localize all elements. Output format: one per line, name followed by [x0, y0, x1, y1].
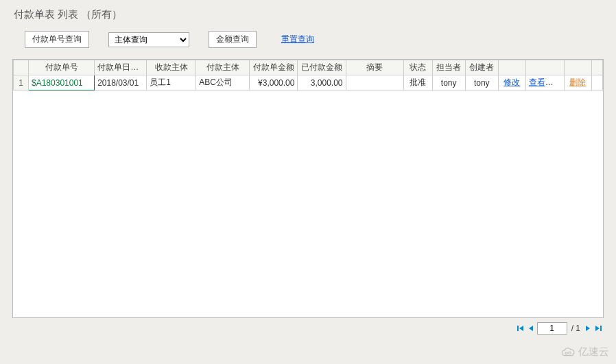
first-page-icon[interactable] [517, 324, 525, 332]
svg-marker-2 [529, 326, 533, 331]
col-doc-date[interactable]: 付款单日期 [95, 60, 147, 75]
cell-creator[interactable]: tony [465, 75, 498, 90]
cell-summary[interactable] [346, 75, 403, 90]
svg-rect-5 [600, 326, 602, 331]
svg-point-7 [569, 351, 571, 354]
cell-spacer [591, 75, 602, 90]
col-summary[interactable]: 摘要 [346, 60, 403, 75]
cloud-icon [560, 347, 576, 358]
cell-owner[interactable]: tony [432, 75, 465, 90]
edit-link[interactable]: 修改 [504, 77, 520, 87]
col-paid[interactable]: 已付款金额 [298, 60, 346, 75]
svg-rect-0 [517, 326, 519, 331]
header-row: 付款单号 付款单日期 收款主体 付款主体 付款单金额 已付款金额 摘要 状态 担… [14, 60, 603, 75]
cell-paid[interactable]: 3,000.00 [298, 75, 346, 90]
grid-container: 付款单号 付款单日期 收款主体 付款主体 付款单金额 已付款金额 摘要 状态 担… [12, 59, 604, 318]
filter-bar: 付款单号查询 主体查询 金额查询 重置查询 [0, 31, 616, 59]
entity-query-select[interactable]: 主体查询 [108, 32, 189, 47]
cell-delete: 删除 [564, 75, 591, 90]
page-total: / 1 [570, 324, 582, 333]
page-title: 付款单表 列表 （所有） [0, 0, 616, 31]
col-doc-no[interactable]: 付款单号 [29, 60, 95, 75]
cell-payer[interactable]: ABC公司 [196, 75, 250, 90]
col-action-edit [498, 60, 525, 75]
col-creator[interactable]: 创建者 [465, 60, 498, 75]
svg-marker-1 [519, 326, 523, 331]
cell-amount[interactable]: ¥3,000.00 [250, 75, 298, 90]
cell-doc-no[interactable]: $A180301001 [29, 75, 95, 90]
col-owner[interactable]: 担当者 [432, 60, 465, 75]
svg-point-6 [565, 352, 567, 354]
table-row[interactable]: 1 $A180301001 2018/03/01 员工1 ABC公司 ¥3,00… [14, 75, 603, 90]
col-payee[interactable]: 收款主体 [147, 60, 196, 75]
prev-page-icon[interactable] [528, 324, 534, 332]
col-action-delete [564, 60, 591, 75]
view-print-link[interactable]: 查看打印 [529, 77, 562, 87]
col-spacer [591, 60, 602, 75]
last-page-icon[interactable] [594, 324, 602, 332]
cell-payee[interactable]: 员工1 [147, 75, 196, 90]
doc-no-query-button[interactable]: 付款单号查询 [25, 31, 89, 48]
col-amount[interactable]: 付款单金额 [250, 60, 298, 75]
col-payer[interactable]: 付款主体 [196, 60, 250, 75]
pager: / 1 [0, 318, 616, 335]
cell-print: 查看打印 [525, 75, 564, 90]
grid-table: 付款单号 付款单日期 收款主体 付款主体 付款单金额 已付款金额 摘要 状态 担… [13, 60, 603, 90]
col-status[interactable]: 状态 [403, 60, 432, 75]
svg-marker-4 [595, 326, 600, 331]
watermark-text: 亿速云 [578, 345, 609, 359]
amount-query-button[interactable]: 金额查询 [209, 31, 257, 48]
reset-query-link[interactable]: 重置查询 [281, 34, 314, 45]
row-index: 1 [14, 75, 29, 90]
watermark: 亿速云 [560, 345, 609, 359]
cell-edit: 修改 [498, 75, 525, 90]
delete-link[interactable]: 删除 [569, 77, 586, 87]
cell-doc-date[interactable]: 2018/03/01 [95, 75, 147, 90]
svg-marker-3 [586, 326, 590, 331]
col-action-print [525, 60, 564, 75]
page-input[interactable] [537, 322, 567, 335]
cell-status[interactable]: 批准 [403, 75, 432, 90]
select-all-corner[interactable] [14, 60, 29, 75]
next-page-icon[interactable] [584, 324, 591, 332]
